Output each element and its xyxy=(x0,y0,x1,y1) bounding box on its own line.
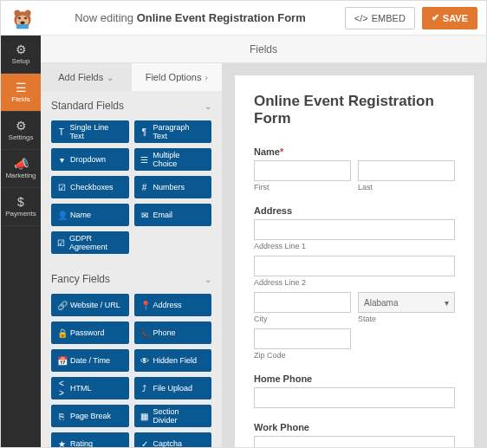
field-icon: < > xyxy=(57,379,66,398)
fancy-grid: 🔗Website / URL📍Address🔒Password📞Phone📅Da… xyxy=(41,294,222,447)
side-nav: ⚙Setup ☰Fields ⚙Settings 📣Marketing $Pay… xyxy=(1,36,41,447)
columns: Add Fields⌄ Field Options› Standard Fiel… xyxy=(41,63,486,447)
field-icon: # xyxy=(140,183,149,192)
field-icon: 📍 xyxy=(140,301,149,310)
form-name: Online Event Registration Form xyxy=(137,11,306,24)
nav-fields[interactable]: ☰Fields xyxy=(1,74,41,112)
field-type-button[interactable]: 📞Phone xyxy=(134,321,212,344)
field-type-button[interactable]: ★Rating xyxy=(51,432,129,447)
standard-grid: TSingle Line Text¶Paragraph Text▾Dropdow… xyxy=(41,120,222,264)
save-button[interactable]: ✔ SAVE xyxy=(422,7,477,29)
field-icon: ▦ xyxy=(140,412,149,421)
field-type-button[interactable]: ¶Paragraph Text xyxy=(134,120,212,143)
field-work-phone[interactable]: Work Phone xyxy=(254,422,455,447)
field-label: Rating xyxy=(70,439,93,447)
section-standard-header[interactable]: Standard Fields ⌄ xyxy=(41,91,222,120)
field-label: Date / Time xyxy=(70,356,110,365)
field-type-button[interactable]: 📅Date / Time xyxy=(51,349,129,372)
field-type-button[interactable]: 📍Address xyxy=(134,294,212,316)
dollar-icon: $ xyxy=(17,196,24,208)
sublabel-state: State xyxy=(358,315,455,323)
tab-add-fields[interactable]: Add Fields⌄ xyxy=(41,63,132,91)
field-icon: 📞 xyxy=(140,328,149,338)
field-label: Name xyxy=(70,211,91,219)
address2-input[interactable] xyxy=(254,256,455,276)
nav-label: Setup xyxy=(12,57,30,65)
field-label: Home Phone xyxy=(254,373,455,384)
svg-point-6 xyxy=(20,21,24,24)
field-icon: ▾ xyxy=(57,155,66,165)
field-icon: ⤴ xyxy=(140,384,149,393)
field-icon: ✓ xyxy=(140,439,149,448)
field-type-button[interactable]: ⤴File Upload xyxy=(134,377,212,399)
embed-label: EMBED xyxy=(372,13,406,23)
first-name-input[interactable] xyxy=(254,160,351,181)
tab-label: Add Fields xyxy=(58,72,103,82)
field-label: Hidden Field xyxy=(153,356,198,365)
sublabel-city: City xyxy=(254,315,351,323)
field-type-button[interactable]: ✉Email xyxy=(134,204,212,226)
field-label: Address xyxy=(254,205,455,216)
field-label: Email xyxy=(153,211,173,219)
fields-panel: Add Fields⌄ Field Options› Standard Fiel… xyxy=(41,63,223,447)
field-type-button[interactable]: 🔒Password xyxy=(51,321,129,344)
check-icon: ✔ xyxy=(432,12,439,23)
field-type-button[interactable]: 👁Hidden Field xyxy=(134,349,212,372)
field-type-button[interactable]: 🔗Website / URL xyxy=(51,294,129,316)
chevron-right-icon: › xyxy=(205,73,207,82)
field-type-button[interactable]: 👤Name xyxy=(51,204,129,226)
field-type-button[interactable]: ☑Checkboxes xyxy=(51,176,129,198)
zip-input[interactable] xyxy=(254,328,351,349)
home-phone-input[interactable] xyxy=(254,387,455,408)
field-icon: 🔗 xyxy=(57,301,66,310)
embed-button[interactable]: </> EMBED xyxy=(345,7,415,29)
field-label: GDPR Agreement xyxy=(69,234,123,251)
last-name-input[interactable] xyxy=(358,160,455,181)
state-select[interactable]: Alabama▾ xyxy=(358,292,455,313)
chevron-down-icon: ⌄ xyxy=(107,73,114,82)
tab-field-options[interactable]: Field Options› xyxy=(132,63,223,91)
sliders-icon: ⚙ xyxy=(16,120,27,132)
field-icon: 👤 xyxy=(57,211,66,220)
field-label: Name* xyxy=(254,146,455,157)
nav-payments[interactable]: $Payments xyxy=(1,188,41,226)
field-type-button[interactable]: ⎘Page Break xyxy=(51,405,129,427)
panel-tabs: Add Fields⌄ Field Options› xyxy=(41,63,222,91)
section-title: Fancy Fields xyxy=(51,273,110,285)
field-icon: ★ xyxy=(57,439,66,448)
nav-settings[interactable]: ⚙Settings xyxy=(1,112,41,150)
field-home-phone[interactable]: Home Phone xyxy=(254,373,455,408)
field-type-button[interactable]: ▦Section Divider xyxy=(134,405,212,427)
field-icon: ⎘ xyxy=(57,412,66,421)
nav-setup[interactable]: ⚙Setup xyxy=(1,36,41,74)
svg-rect-7 xyxy=(16,24,29,29)
field-label: Paragraph Text xyxy=(153,123,205,140)
code-icon: </> xyxy=(354,13,368,23)
field-address[interactable]: Address Address Line 1 Address Line 2 Ci… xyxy=(254,205,455,360)
nav-marketing[interactable]: 📣Marketing xyxy=(1,150,41,188)
section-fancy-header[interactable]: Fancy Fields ⌄ xyxy=(41,264,222,294)
field-type-button[interactable]: TSingle Line Text xyxy=(51,120,129,143)
editing-title: Now editing Online Event Registration Fo… xyxy=(42,11,338,24)
field-type-button[interactable]: ✓Captcha xyxy=(134,432,212,447)
field-type-button[interactable]: < >HTML xyxy=(51,377,129,399)
field-type-button[interactable]: ☑GDPR Agreement xyxy=(51,231,129,254)
field-label: Single Line Text xyxy=(70,123,123,140)
field-label: Checkboxes xyxy=(70,183,114,192)
field-label: Section Divider xyxy=(153,407,206,425)
field-label: Captcha xyxy=(153,439,183,447)
field-label: Website / URL xyxy=(70,301,120,309)
address1-input[interactable] xyxy=(254,219,455,240)
gear-icon: ⚙ xyxy=(16,43,27,55)
work-phone-input[interactable] xyxy=(254,436,455,447)
field-icon: ☑ xyxy=(57,238,65,248)
field-type-button[interactable]: ☰Multiple Choice xyxy=(134,148,212,171)
field-icon: 📅 xyxy=(57,356,66,366)
field-type-button[interactable]: #Numbers xyxy=(134,176,212,198)
city-input[interactable] xyxy=(254,292,351,313)
field-name[interactable]: Name* First Last xyxy=(254,146,455,192)
field-type-button[interactable]: ▾Dropdown xyxy=(51,148,129,171)
top-bar: Now editing Online Event Registration Fo… xyxy=(1,1,486,36)
field-label: HTML xyxy=(70,384,92,393)
field-label: Address xyxy=(153,301,182,309)
